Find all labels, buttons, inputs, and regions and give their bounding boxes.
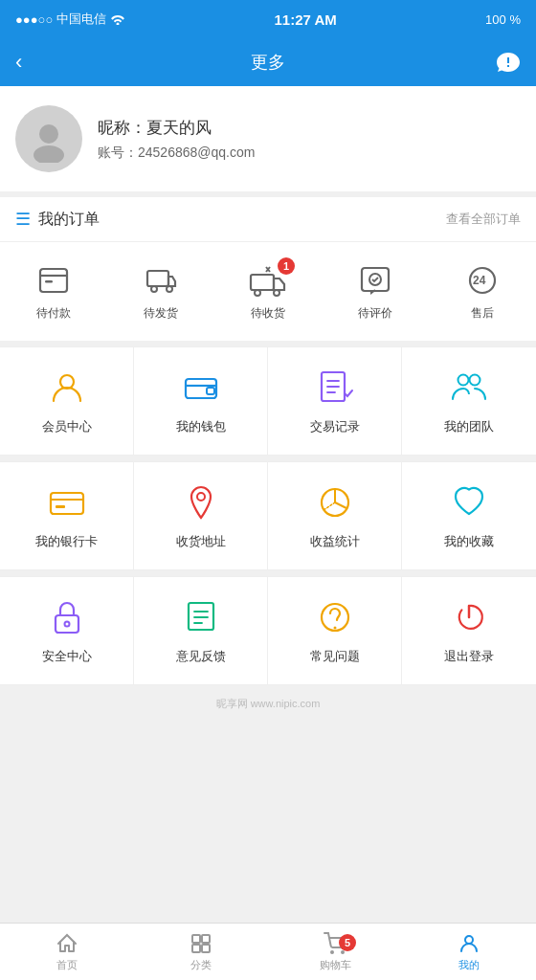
feedback-label: 意见反馈 [176, 648, 226, 665]
grid-section-3: 安全中心 意见反馈 常见问题 [0, 576, 536, 685]
orders-header: ☰ 我的订单 查看全部订单 [0, 197, 536, 242]
team-icon [448, 367, 490, 409]
grid-item-transaction[interactable]: 交易记录 [268, 347, 402, 456]
grid-icon [190, 932, 212, 955]
svg-rect-30 [202, 935, 210, 943]
svg-point-34 [342, 951, 344, 953]
signal-dots: ●●●○○ [15, 12, 53, 27]
grid-item-earnings[interactable]: 收益统计 [268, 462, 402, 570]
status-time: 11:27 AM [275, 11, 337, 28]
svg-point-5 [151, 286, 157, 292]
pending-review-icon [356, 261, 394, 300]
order-item-aftersale[interactable]: 24 售后 [429, 252, 536, 331]
nav-item-category[interactable]: 分类 [134, 932, 268, 972]
order-item-pending-review[interactable]: 待评价 [322, 252, 429, 331]
pending-payment-icon [34, 261, 73, 300]
nav-item-cart[interactable]: 5 购物车 [268, 932, 402, 972]
grid-item-team[interactable]: 我的团队 [402, 347, 536, 456]
orders-section: ☰ 我的订单 查看全部订单 待付款 [0, 197, 536, 341]
lock-icon [46, 596, 88, 638]
member-label: 会员中心 [42, 418, 92, 435]
bankcard-icon [46, 481, 88, 523]
orders-title-text: 我的订单 [38, 210, 100, 230]
member-icon [46, 367, 88, 409]
order-item-pending-receive[interactable]: 1 待收货 [214, 252, 322, 331]
watermark: 昵享网 www.nipic.com [0, 691, 536, 778]
svg-point-6 [167, 286, 172, 292]
back-button[interactable]: ‹ [15, 50, 22, 75]
home-icon [56, 932, 78, 955]
profile-nickname: 昵称：夏天的风 [98, 117, 255, 139]
page-header: ‹ 更多 [0, 38, 536, 86]
nav-home-label: 首页 [56, 958, 78, 972]
team-label: 我的团队 [444, 418, 494, 435]
svg-point-18 [458, 375, 469, 386]
svg-rect-26 [189, 603, 213, 630]
grid-item-favorites[interactable]: 我的收藏 [402, 462, 536, 570]
svg-rect-24 [56, 615, 78, 633]
grid-item-wallet[interactable]: 我的钱包 [134, 347, 268, 456]
orders-view-all[interactable]: 查看全部订单 [446, 211, 521, 228]
pending-ship-label: 待发货 [144, 305, 178, 322]
orders-icons-row: 待付款 待发货 1 [0, 242, 536, 341]
svg-text:24: 24 [473, 274, 486, 287]
svg-rect-20 [51, 493, 83, 514]
grid-item-address[interactable]: 收货地址 [134, 462, 268, 570]
wallet-icon [180, 367, 222, 409]
svg-point-33 [331, 951, 333, 953]
nav-category-label: 分类 [190, 958, 212, 972]
nav-item-home[interactable]: 首页 [0, 932, 134, 972]
orders-icon: ☰ [15, 209, 31, 230]
bottom-nav: 首页 分类 5 购物车 [0, 923, 536, 980]
svg-rect-29 [192, 935, 200, 943]
bankcard-label: 我的银行卡 [35, 533, 98, 550]
carrier-name: 中国电信 [56, 11, 106, 28]
grid-row-3: 安全中心 意见反馈 常见问题 [0, 576, 536, 685]
question-icon [314, 596, 356, 638]
power-icon [448, 596, 490, 638]
profile-section: 昵称：夏天的风 账号：24526868@qq.com [0, 86, 536, 197]
earnings-label: 收益统计 [310, 533, 360, 550]
svg-rect-32 [202, 945, 210, 952]
user-icon [458, 932, 480, 955]
svg-point-28 [333, 627, 336, 630]
grid-row-2: 我的银行卡 收货地址 收益统计 [0, 461, 536, 570]
chat-icon[interactable] [496, 51, 521, 74]
pending-payment-label: 待付款 [36, 305, 71, 322]
battery-level: 100 % [485, 12, 521, 27]
wallet-label: 我的钱包 [176, 418, 226, 435]
svg-rect-4 [147, 271, 168, 286]
svg-point-22 [197, 493, 205, 501]
grid-item-feedback[interactable]: 意见反馈 [134, 577, 268, 685]
status-left: ●●●○○ 中国电信 [15, 11, 125, 28]
feedback-icon [180, 596, 222, 638]
grid-item-faq[interactable]: 常见问题 [268, 577, 402, 685]
chart-icon [314, 481, 356, 523]
profile-info: 昵称：夏天的风 账号：24526868@qq.com [98, 117, 255, 162]
order-item-pending-payment[interactable]: 待付款 [0, 252, 107, 331]
grid-item-bankcard[interactable]: 我的银行卡 [0, 462, 134, 570]
logout-label: 退出登录 [444, 648, 494, 665]
svg-rect-2 [40, 269, 67, 292]
cart-badge: 5 [339, 934, 356, 951]
grid-item-security[interactable]: 安全中心 [0, 577, 134, 685]
grid-item-member[interactable]: 会员中心 [0, 347, 134, 456]
svg-rect-21 [56, 505, 65, 508]
svg-rect-31 [192, 945, 200, 952]
svg-rect-3 [45, 280, 53, 283]
wifi-icon [110, 13, 125, 25]
grid-item-logout[interactable]: 退出登录 [402, 577, 536, 685]
order-item-pending-ship[interactable]: 待发货 [107, 252, 214, 331]
status-bar: ●●●○○ 中国电信 11:27 AM 100 % [0, 0, 536, 38]
favorites-label: 我的收藏 [444, 533, 494, 550]
profile-account: 账号：24526868@qq.com [98, 145, 255, 162]
svg-point-25 [64, 622, 69, 627]
svg-rect-16 [207, 388, 214, 394]
nav-item-profile[interactable]: 我的 [402, 932, 536, 972]
svg-point-19 [470, 375, 480, 386]
svg-point-0 [39, 124, 58, 144]
orders-title: ☰ 我的订单 [15, 209, 100, 230]
svg-point-14 [60, 375, 74, 389]
heart-icon [448, 481, 490, 523]
avatar[interactable] [15, 105, 82, 172]
